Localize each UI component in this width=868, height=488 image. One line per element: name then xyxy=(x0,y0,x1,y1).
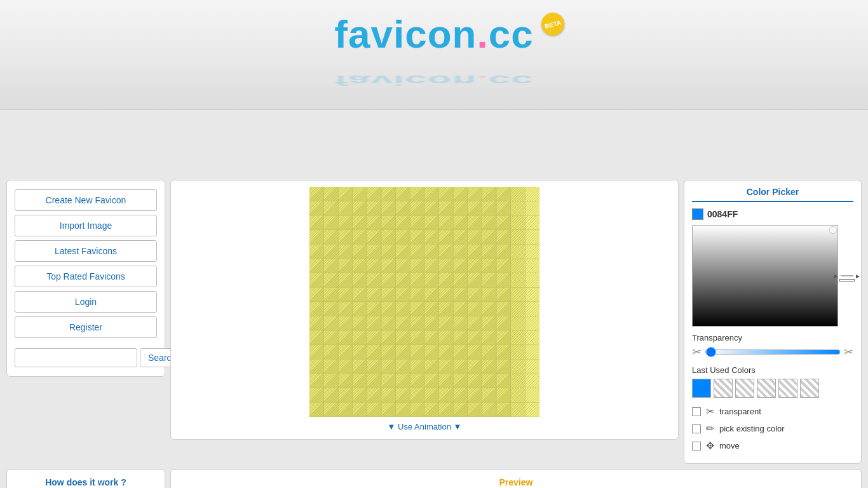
search-row: Search xyxy=(15,348,157,367)
beta-badge: BETA xyxy=(539,10,567,38)
sidebar: Create New Favicon Import Image Latest F… xyxy=(6,180,165,464)
gradient-area[interactable]: ► ► xyxy=(692,225,853,327)
latest-favicons-button[interactable]: Latest Favicons xyxy=(15,240,157,262)
transparency-label: Transparency xyxy=(692,333,853,342)
logo: favicon.cc xyxy=(334,12,533,56)
last-color-0[interactable] xyxy=(692,379,711,398)
tool-move-row: ✥ move xyxy=(692,440,853,452)
transparency-row: ✂ ✂ xyxy=(692,345,853,359)
import-image-button[interactable]: Import Image xyxy=(15,215,157,236)
current-color-swatch[interactable] xyxy=(692,208,703,220)
how-panel: How does it work ? Choose a color Click … xyxy=(6,469,165,488)
gradient-box[interactable] xyxy=(692,225,838,327)
last-color-4[interactable] xyxy=(778,379,797,398)
hue-right-arrow: ► xyxy=(855,273,861,280)
tool-move-checkbox[interactable] xyxy=(692,442,701,451)
hex-value: 0084FF xyxy=(707,209,738,219)
tool-transparent-row: ✂ transparent xyxy=(692,405,853,417)
logo-container: favicon.cc BETA xyxy=(334,11,533,57)
preview-title: Preview xyxy=(179,477,853,488)
register-button[interactable]: Register xyxy=(15,316,157,338)
main-content: Create New Favicon Import Image Latest F… xyxy=(0,180,868,464)
tool-pick-row: ✏ pick existing color xyxy=(692,423,853,435)
logo-cc-text: cc xyxy=(489,12,534,56)
tool-options: ✂ transparent ✏ pick existing color ✥ mo… xyxy=(692,405,853,452)
transparency-left-icon: ✂ xyxy=(692,345,702,359)
header: favicon.cc BETA favicon.cc xyxy=(0,0,868,110)
move-label: move xyxy=(719,441,740,451)
login-button[interactable]: Login xyxy=(15,291,157,313)
color-hex-row: 0084FF xyxy=(692,208,853,220)
transparency-right-icon: ✂ xyxy=(844,345,853,359)
canvas-area: ▼ Use Animation ▼ xyxy=(170,180,679,464)
tool-transparent-checkbox[interactable] xyxy=(692,407,701,416)
editor-panel: ▼ Use Animation ▼ xyxy=(170,180,679,440)
last-color-3[interactable] xyxy=(757,379,776,398)
how-title: How does it work ? xyxy=(16,477,156,488)
ad-area xyxy=(0,110,868,180)
animation-bar[interactable]: ▼ Use Animation ▼ xyxy=(177,417,672,433)
logo-favicon-text: favicon xyxy=(334,12,477,56)
transparent-icon: ✂ xyxy=(706,405,714,417)
move-icon: ✥ xyxy=(706,440,714,452)
pick-color-icon: ✏ xyxy=(706,423,714,435)
last-color-1[interactable] xyxy=(714,379,733,398)
pick-color-label: pick existing color xyxy=(719,424,785,433)
last-color-5[interactable] xyxy=(800,379,819,398)
transparency-slider[interactable] xyxy=(705,349,840,355)
last-color-2[interactable] xyxy=(735,379,754,398)
gradient-black-overlay xyxy=(693,226,837,326)
create-new-button[interactable]: Create New Favicon xyxy=(15,189,157,211)
tool-pick-checkbox[interactable] xyxy=(692,424,701,433)
color-picker-title: Color Picker xyxy=(692,187,853,202)
search-input[interactable] xyxy=(15,348,137,367)
last-colors-label: Last Used Colors xyxy=(692,365,853,375)
favicon-canvas[interactable] xyxy=(309,187,539,417)
last-colors-row xyxy=(692,379,853,398)
hue-bar[interactable] xyxy=(841,275,853,276)
top-rated-button[interactable]: Top Rated Favicons xyxy=(15,266,157,287)
sidebar-panel: Create New Favicon Import Image Latest F… xyxy=(6,180,165,377)
hue-left-arrow: ► xyxy=(833,273,839,280)
logo-reflection: favicon.cc xyxy=(334,72,533,88)
hue-cursor xyxy=(839,279,855,281)
color-picker-panel: Color Picker 0084FF ► ► Transparency ✂ xyxy=(684,180,862,464)
transparent-label: transparent xyxy=(719,407,761,416)
preview-panel: Preview Favicon in original size: xyxy=(170,469,862,488)
bottom-content: How does it work ? Choose a color Click … xyxy=(0,464,868,488)
